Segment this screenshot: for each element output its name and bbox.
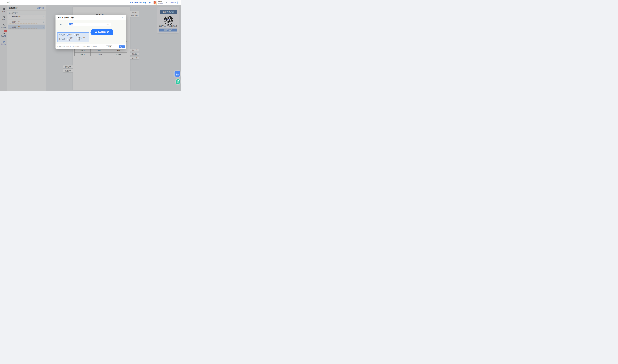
char-counter: 3 / 25 <box>106 24 110 25</box>
back-button[interactable]: ‹ 返回 <box>6 1 10 4</box>
phone-number: 400-800-9870 <box>130 1 145 4</box>
avatar[interactable]: VIP <box>153 1 157 5</box>
field-value-selected: 图片1 <box>68 23 73 26</box>
radio-vertical-tile[interactable] <box>67 38 68 40</box>
top-bar: ‹ 返回 400-800-9870 VIP 管理员 组织ID:7167 ∧ 进入… <box>0 0 181 5</box>
field-name-label: 字段名 <box>58 24 63 26</box>
back-chevron-icon: ‹ <box>6 2 6 3</box>
modal-footer: 每个图片可变项最多可上传20张图片，单个图片大小上限500M 取 消 确 定 <box>55 44 126 49</box>
upload-limit-hint: 每个图片可变项最多可上传20张图片，单个图片大小上限500M <box>57 46 97 48</box>
enter-backend-button[interactable]: 进入后台 <box>169 1 177 4</box>
radio-liubai[interactable] <box>67 34 69 36</box>
cancel-button[interactable]: 取 消 <box>106 45 112 48</box>
phone-icon <box>127 2 130 4</box>
user-menu[interactable]: 管理员 组织ID:7167 <box>158 1 165 4</box>
caret-up-icon[interactable]: ∧ <box>166 2 167 3</box>
notification-bell-icon[interactable] <box>145 1 147 4</box>
style-setting-row: 样式设置 留白 撑满 <box>59 34 88 36</box>
headset-icon <box>176 72 179 74</box>
back-label: 返回 <box>7 2 10 3</box>
vip-badge: VIP <box>155 3 157 5</box>
radio-chengman[interactable] <box>74 34 76 36</box>
customer-service-button[interactable]: 客服 <box>175 71 180 77</box>
service-phone[interactable]: 400-800-9870 <box>127 0 145 5</box>
modal-header: 多媒体可变项：图片 ✕ <box>55 15 126 20</box>
modal-title: 多媒体可变项：图片 <box>58 16 75 19</box>
app-page: ‹ 返回 400-800-9870 VIP 管理员 组织ID:7167 ∧ 进入… <box>0 0 181 91</box>
tutorial-button[interactable]: 教程 <box>176 79 180 84</box>
chat-dots <box>149 2 150 3</box>
book-icon <box>177 80 179 82</box>
confirm-button[interactable]: 确 定 <box>119 45 125 48</box>
user-name: 管理员 <box>158 1 165 2</box>
close-icon[interactable]: ✕ <box>122 16 123 18</box>
style-display-highlight-box: 样式设置 留白 撑满 展示设置 竖排平铺 每隔3s轮播 <box>57 32 89 42</box>
tooltip-text: 样式&展示设置 <box>95 31 109 33</box>
display-setting-row: 展示设置 竖排平铺 每隔3s轮播 <box>59 37 88 41</box>
field-name-input[interactable]: 图片1 3 / 25 <box>67 23 111 26</box>
radio-carousel-3s[interactable] <box>76 38 78 40</box>
messages-icon[interactable] <box>149 2 151 3</box>
org-id: 组织ID:7167 <box>158 3 165 4</box>
style-display-tooltip: 样式&展示设置 <box>91 29 113 35</box>
